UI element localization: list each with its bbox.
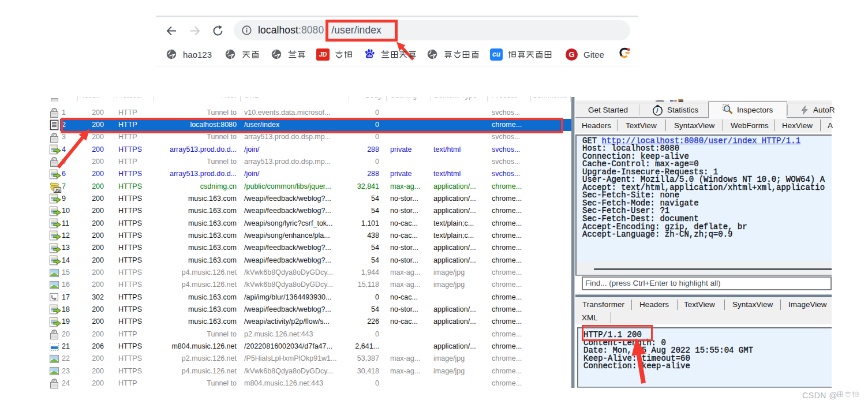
svg-text:JS: JS	[55, 188, 60, 193]
svg-text:du: du	[368, 54, 372, 58]
